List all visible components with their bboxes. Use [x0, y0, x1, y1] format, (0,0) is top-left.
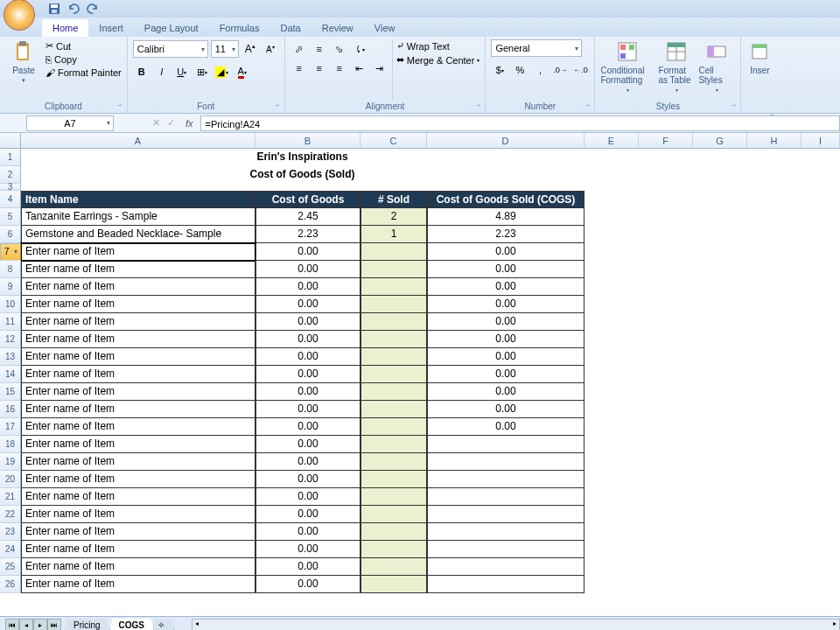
cell[interactable] [802, 488, 840, 506]
cell-cost[interactable]: 0.00 [256, 313, 360, 331]
cell[interactable] [747, 436, 802, 453]
row-header-7[interactable]: 7 [0, 243, 21, 261]
cell-item-name[interactable]: Enter name of Item [21, 453, 256, 471]
row-header-11[interactable]: 11 [0, 313, 21, 331]
merge-center-button[interactable]: ⬌Merge & Center▾ [396, 54, 480, 66]
tab-insert[interactable]: Insert [88, 19, 134, 37]
cell-sold[interactable] [360, 261, 427, 278]
enter-icon[interactable]: ✓ [167, 117, 175, 129]
align-top-button[interactable]: ⬀ [290, 40, 308, 58]
grow-font-button[interactable]: A▴ [242, 40, 259, 58]
number-format-select[interactable]: General [491, 39, 582, 57]
bold-button[interactable]: B [133, 63, 150, 80]
align-left-button[interactable]: ≡ [290, 60, 308, 77]
row-header-10[interactable]: 10 [0, 296, 21, 313]
cell-sold[interactable] [360, 418, 427, 436]
cell-cost[interactable]: 0.00 [256, 418, 360, 436]
align-bottom-button[interactable]: ⬂ [331, 40, 348, 58]
col-header-C[interactable]: C [360, 133, 427, 148]
cell[interactable] [747, 191, 802, 208]
cell[interactable] [693, 226, 747, 243]
italic-button[interactable]: I [153, 63, 171, 80]
cell[interactable] [639, 331, 693, 348]
cell-item-name[interactable]: Enter name of Item [21, 558, 256, 576]
row-header-13[interactable]: 13 [0, 348, 21, 366]
cell-item-name[interactable]: Enter name of Item [21, 418, 256, 436]
cell-cogs[interactable]: 0.00 [427, 261, 584, 278]
cell-cost[interactable]: 0.00 [256, 576, 360, 593]
name-box[interactable]: A7 [26, 116, 114, 131]
cell-cogs[interactable] [427, 471, 584, 488]
cell-cost[interactable]: 0.00 [256, 471, 360, 488]
cell[interactable] [802, 191, 840, 208]
cell-cogs[interactable] [427, 558, 584, 576]
cell[interactable] [693, 401, 747, 418]
cell[interactable] [584, 313, 639, 331]
cell[interactable] [747, 401, 802, 418]
cell[interactable] [693, 471, 747, 488]
tab-view[interactable]: View [364, 19, 406, 37]
cell-sold[interactable] [360, 348, 427, 366]
cell[interactable] [747, 166, 802, 184]
cell[interactable] [639, 278, 693, 296]
row-header-22[interactable]: 22 [0, 506, 21, 523]
table-header-cost[interactable]: Cost of Goods [256, 191, 360, 208]
cell[interactable] [747, 278, 802, 296]
new-sheet-button[interactable]: ✧ [153, 619, 174, 631]
cell-sold[interactable] [360, 278, 427, 296]
row-header-18[interactable]: 18 [0, 436, 21, 453]
cell[interactable] [639, 488, 693, 506]
row-header-24[interactable]: 24 [0, 541, 21, 558]
row-header-16[interactable]: 16 [0, 401, 21, 418]
cell[interactable] [802, 558, 840, 576]
cell-sold[interactable] [360, 383, 427, 401]
tab-data[interactable]: Data [270, 19, 311, 37]
cell[interactable] [747, 366, 802, 383]
cell[interactable] [693, 541, 747, 558]
cell-sold[interactable] [360, 471, 427, 488]
cell[interactable] [802, 366, 840, 383]
cell-item-name[interactable]: Tanzanite Earrings - Sample [21, 208, 256, 226]
cell-item-name[interactable]: Enter name of Item [21, 296, 256, 313]
cell-sold[interactable] [360, 558, 427, 576]
tab-review[interactable]: Review [312, 19, 364, 37]
cell-cogs[interactable] [427, 523, 584, 541]
cell[interactable] [747, 184, 802, 191]
col-header-I[interactable]: I [802, 133, 840, 148]
last-sheet-button[interactable]: ⏭ [47, 619, 61, 631]
cell-item-name[interactable]: Enter name of Item [21, 348, 256, 366]
cell[interactable] [639, 166, 693, 184]
row-header-21[interactable]: 21 [0, 488, 21, 506]
cell[interactable] [639, 418, 693, 436]
cell-sold[interactable] [360, 541, 427, 558]
cell-item-name[interactable]: Enter name of Item [21, 541, 256, 558]
cell-cost[interactable]: 0.00 [256, 331, 360, 348]
cell[interactable] [639, 471, 693, 488]
fx-icon[interactable]: fx [186, 118, 193, 129]
cell[interactable] [693, 184, 747, 191]
cell[interactable] [584, 166, 639, 184]
cell[interactable] [639, 541, 693, 558]
align-right-button[interactable]: ≡ [331, 60, 348, 77]
cell[interactable] [584, 191, 639, 208]
col-header-G[interactable]: G [693, 133, 747, 148]
cell[interactable] [693, 243, 747, 261]
comma-button[interactable]: , [531, 61, 549, 79]
dec-indent-button[interactable]: ⇤ [351, 60, 368, 77]
cell[interactable] [802, 383, 840, 401]
cell-cost[interactable]: 0.00 [256, 401, 360, 418]
copy-button[interactable]: ⎘Copy [46, 54, 122, 65]
font-name-select[interactable]: Calibri [133, 40, 208, 58]
cell-item-name[interactable]: Enter name of Item [21, 488, 256, 506]
cell[interactable] [693, 453, 747, 471]
cell[interactable] [802, 523, 840, 541]
cell-item-name[interactable]: Enter name of Item [21, 331, 256, 348]
cell-sold[interactable] [360, 436, 427, 453]
cell-sold[interactable] [360, 523, 427, 541]
font-color-button[interactable]: A▾ [234, 63, 251, 80]
cell-cogs[interactable] [427, 541, 584, 558]
cell[interactable] [584, 418, 639, 436]
row-header-20[interactable]: 20 [0, 471, 21, 488]
horizontal-scrollbar[interactable] [192, 619, 840, 631]
cell[interactable] [802, 418, 840, 436]
